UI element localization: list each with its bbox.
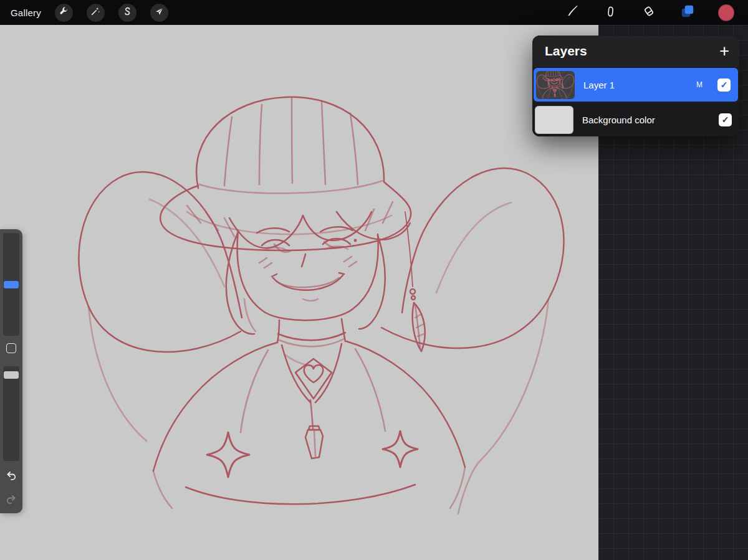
layers-button[interactable] [679, 4, 696, 21]
add-layer-button[interactable]: + [719, 43, 729, 60]
layers-panel: Layers + [532, 36, 739, 136]
drawing-canvas[interactable] [0, 25, 598, 560]
procreate-app: { "topbar": { "gallery_label": "Gallery"… [0, 0, 748, 560]
redo-icon [5, 497, 17, 508]
brush-icon [565, 4, 578, 21]
adjustments-button[interactable] [87, 4, 105, 22]
color-swatch-icon [718, 4, 734, 21]
wrench-icon [59, 6, 69, 19]
layer-row-layer1[interactable]: Layer 1 M ✓ [534, 68, 738, 102]
sidebar [0, 229, 22, 513]
layer1-blend-mode-button[interactable]: M [696, 80, 702, 89]
paint-button[interactable] [563, 4, 580, 21]
layer1-name: Layer 1 [583, 80, 688, 90]
smudge-button[interactable] [602, 4, 618, 21]
undo-button[interactable] [5, 470, 17, 482]
transform-arrow-icon [155, 7, 164, 19]
top-toolbar: Gallery [0, 0, 748, 25]
canvas-sketch [0, 25, 598, 560]
layers-icon [681, 4, 694, 21]
background-visibility-checkbox[interactable]: ✓ [719, 113, 732, 126]
actions-button[interactable] [55, 4, 73, 22]
background-thumbnail [535, 106, 573, 134]
opacity-slider[interactable] [3, 366, 19, 461]
modify-button[interactable] [6, 343, 16, 353]
brush-size-handle[interactable] [4, 281, 19, 288]
undo-icon [5, 473, 17, 484]
eraser-icon [643, 5, 655, 20]
magic-wand-icon [90, 6, 100, 19]
smudge-finger-icon [605, 6, 616, 20]
redo-button[interactable] [5, 493, 17, 506]
selection-button[interactable] [118, 4, 137, 22]
transform-button[interactable] [150, 4, 168, 22]
background-name: Background color [582, 115, 710, 125]
layers-panel-header: Layers + [532, 36, 739, 67]
selection-s-icon [123, 7, 132, 19]
color-button[interactable] [718, 4, 734, 21]
gallery-button[interactable]: Gallery [11, 7, 41, 18]
layers-panel-title: Layers [545, 44, 587, 59]
layer-row-background[interactable]: Background color ✓ [532, 103, 739, 136]
right-tool-group [563, 0, 748, 25]
layer1-visibility-checkbox[interactable]: ✓ [717, 78, 731, 92]
erase-button[interactable] [641, 4, 657, 21]
opacity-handle[interactable] [4, 371, 19, 379]
layer1-thumbnail [536, 71, 575, 99]
